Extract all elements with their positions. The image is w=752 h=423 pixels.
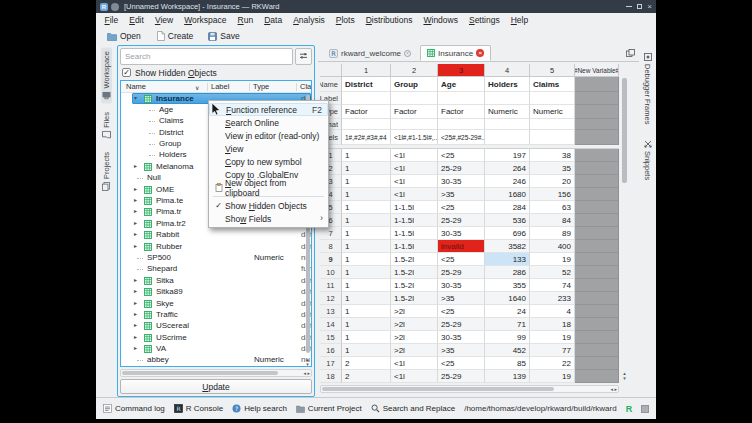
close-tab-icon[interactable]: × [476,49,484,57]
expander-icon[interactable]: ▸ [134,299,137,306]
data-cell[interactable]: 1-1.5l [391,214,438,227]
data-cell[interactable]: 52 [530,266,575,279]
expander-icon[interactable]: ▸ [134,162,137,169]
data-cell[interactable]: >2l [391,344,438,357]
data-cell[interactable]: <25 [438,305,485,318]
new-variable-cell[interactable] [575,253,619,266]
sort-indicator-icon[interactable]: ∨ [195,84,199,91]
data-cell[interactable]: 71 [485,318,530,331]
data-cell[interactable]: 1-1.5l [391,227,438,240]
tree-item-sp500[interactable]: SP500Numericnu [121,252,311,263]
data-cell[interactable]: 99 [485,331,530,344]
new-variable-cell[interactable] [575,149,619,162]
data-cell[interactable]: 1680 [485,188,530,201]
menu-item-view-in-editor-read-only-[interactable]: View in editor (read-only) [209,129,328,142]
new-variable-cell[interactable] [575,188,619,201]
data-cell[interactable]: 1 [342,266,391,279]
expander-icon[interactable]: ▸ [134,344,137,351]
row-header-16[interactable]: 16 [320,344,342,357]
new-variable-cell[interactable] [575,318,619,331]
data-cell[interactable]: 22 [530,357,575,370]
data-cell[interactable]: <1l [391,162,438,175]
new-variable-cell[interactable] [575,305,619,318]
column-header-3[interactable]: 3 [438,64,485,77]
table-horizontal-scrollbar[interactable]: ◂ ▸ [320,385,619,393]
meta-cell[interactable] [438,119,485,130]
data-cell[interactable]: 133 [485,253,530,266]
sidebar-tab-debugger-frames[interactable]: Debugger Frames [642,49,653,128]
title-bar[interactable]: R [Unnamed Workspace] - Insurance — RKWa… [96,0,656,13]
update-button[interactable]: Update [120,379,312,394]
new-variable-cell[interactable] [575,201,619,214]
menu-data[interactable]: Data [259,15,288,25]
open-button[interactable]: Open [101,29,147,43]
data-cell[interactable]: 536 [485,214,530,227]
data-cell[interactable]: 25-29 [438,266,485,279]
data-cell[interactable]: 20 [530,175,575,188]
meta-cell[interactable] [530,92,575,105]
data-cell[interactable]: 18 [530,318,575,331]
data-cell[interactable]: 400 [530,240,575,253]
meta-cell[interactable]: 1#,#2#,#3#,#4 [342,130,391,145]
data-cell[interactable]: 25-29 [438,318,485,331]
data-cell[interactable]: 1-1.5l [391,240,438,253]
new-variable-cell[interactable] [575,92,619,105]
data-cell[interactable]: 1 [342,240,391,253]
data-cell[interactable]: >2l [391,318,438,331]
menu-item-view[interactable]: View [209,142,328,155]
new-variable-cell[interactable] [575,370,619,383]
data-cell[interactable]: 1 [342,318,391,331]
meta-cell[interactable]: <1l#,#1-1.5l#,... [391,130,438,145]
data-cell[interactable]: <25 [438,357,485,370]
tab-insurance[interactable]: Insurance× [420,45,491,61]
menu-workspace[interactable]: Workspace [179,15,232,25]
meta-cell[interactable]: Group [391,77,438,92]
detach-icon[interactable] [626,49,635,59]
expander-icon[interactable]: ▸ [134,276,137,283]
row-header-18[interactable]: 18 [320,370,342,383]
data-cell[interactable]: <1l [391,370,438,383]
tree-item-sitka89[interactable]: ▸Sitka89dat [121,287,311,298]
data-cell[interactable]: 1.5-2l [391,292,438,305]
save-button[interactable]: Save [202,29,245,43]
meta-cell[interactable] [485,130,530,145]
new-variable-cell[interactable] [575,279,619,292]
data-cell[interactable]: <1l [391,357,438,370]
new-variable-cell[interactable] [575,130,619,145]
meta-cell[interactable]: District [342,77,391,92]
r-console-button[interactable]: RR Console [174,404,223,413]
minimize-icon[interactable] [626,6,632,8]
data-cell[interactable]: 1 [342,331,391,344]
new-variable-cell[interactable] [575,119,619,130]
row-header-12[interactable]: 12 [320,292,342,305]
row-header-10[interactable]: 10 [320,266,342,279]
data-cell[interactable]: >35 [438,292,485,305]
meta-cell[interactable]: Holders [485,77,530,92]
table-vertical-scrollbar[interactable] [622,78,627,367]
column-header-1[interactable]: 1 [342,64,391,77]
data-cell[interactable]: >35 [438,188,485,201]
data-cell[interactable]: 1 [342,305,391,318]
meta-cell[interactable]: Factor [438,105,485,119]
menu-edit[interactable]: Edit [124,15,150,25]
meta-cell[interactable] [391,92,438,105]
tree-item-abbey[interactable]: abbeyNumericnu [121,355,311,366]
new-variable-cell[interactable] [575,162,619,175]
meta-cell[interactable]: Numeric [530,105,575,119]
data-cell[interactable]: 3582 [485,240,530,253]
help-search-button[interactable]: ?Help search [232,404,287,413]
row-header-17[interactable]: 17 [320,357,342,370]
command-log-button[interactable]: Command log [103,404,165,413]
data-cell[interactable]: 246 [485,175,530,188]
tree-item-skye[interactable]: ▸Skyedat [121,298,311,309]
data-cell[interactable]: >2l [391,331,438,344]
menu-item-copy-to-new-symbol[interactable]: Copy to new symbol [209,155,328,168]
tree-item-traffic[interactable]: ▸Trafficdat [121,309,311,320]
menu-item-show-fields[interactable]: Show Fields› [209,212,328,225]
data-cell[interactable]: 35 [530,162,575,175]
search-and-replace-button[interactable]: Search and Replace [371,404,456,413]
current-project-button[interactable]: Current Project [296,404,362,413]
data-cell[interactable]: 1.5-2l [391,266,438,279]
meta-cell[interactable]: Numeric [485,105,530,119]
meta-cell[interactable] [438,92,485,105]
